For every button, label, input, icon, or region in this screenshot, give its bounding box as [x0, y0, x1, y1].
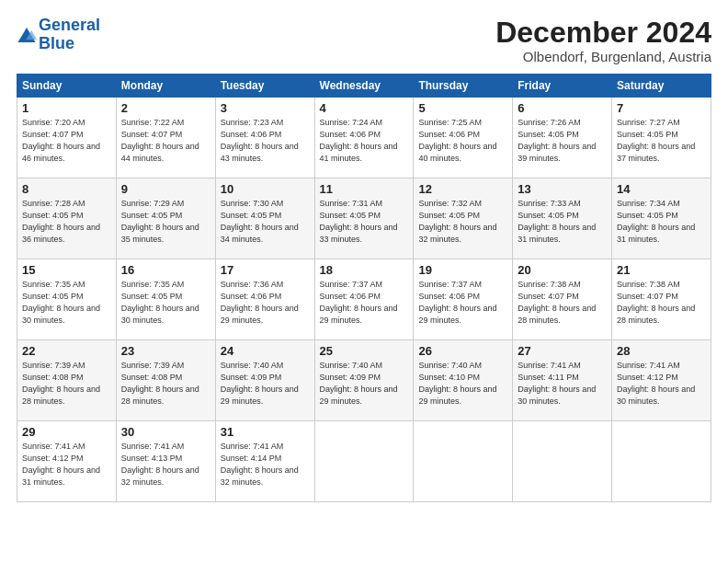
table-row: 25 Sunrise: 7:40 AMSunset: 4:09 PMDaylig… — [314, 340, 414, 421]
table-row: 13 Sunrise: 7:33 AMSunset: 4:05 PMDaylig… — [513, 178, 612, 259]
table-row: 10 Sunrise: 7:30 AMSunset: 4:05 PMDaylig… — [215, 178, 314, 259]
day-info: Sunrise: 7:40 AMSunset: 4:09 PMDaylight:… — [221, 361, 299, 406]
table-row: 19 Sunrise: 7:37 AMSunset: 4:06 PMDaylig… — [414, 259, 513, 340]
day-info: Sunrise: 7:35 AMSunset: 4:05 PMDaylight:… — [121, 280, 199, 325]
day-info: Sunrise: 7:41 AMSunset: 4:12 PMDaylight:… — [22, 442, 100, 487]
day-info: Sunrise: 7:37 AMSunset: 4:06 PMDaylight:… — [418, 280, 496, 325]
day-number: 13 — [518, 182, 607, 196]
day-number: 21 — [617, 263, 706, 277]
day-info: Sunrise: 7:37 AMSunset: 4:06 PMDaylight:… — [320, 280, 398, 325]
table-row — [513, 421, 612, 502]
logo-icon — [17, 25, 37, 45]
day-number: 4 — [320, 101, 409, 115]
day-number: 28 — [617, 344, 706, 358]
day-number: 8 — [22, 182, 111, 196]
day-number: 19 — [418, 263, 507, 277]
table-row: 11 Sunrise: 7:31 AMSunset: 4:05 PMDaylig… — [314, 178, 414, 259]
page: General Blue December 2024 Olbendorf, Bu… — [0, 0, 728, 513]
table-row: 30 Sunrise: 7:41 AMSunset: 4:13 PMDaylig… — [116, 421, 215, 502]
table-row: 22 Sunrise: 7:39 AMSunset: 4:08 PMDaylig… — [17, 340, 117, 421]
day-number: 18 — [320, 263, 409, 277]
col-sunday: Sunday — [17, 75, 117, 98]
day-number: 5 — [418, 101, 507, 115]
day-info: Sunrise: 7:38 AMSunset: 4:07 PMDaylight:… — [518, 280, 596, 325]
day-info: Sunrise: 7:31 AMSunset: 4:05 PMDaylight:… — [320, 199, 398, 244]
day-number: 14 — [617, 182, 706, 196]
table-row — [612, 421, 711, 502]
col-friday: Friday — [513, 75, 612, 98]
day-number: 20 — [518, 263, 607, 277]
logo: General Blue — [17, 17, 100, 53]
day-info: Sunrise: 7:39 AMSunset: 4:08 PMDaylight:… — [121, 361, 199, 406]
calendar-table: Sunday Monday Tuesday Wednesday Thursday… — [17, 74, 711, 502]
col-saturday: Saturday — [612, 75, 711, 98]
day-info: Sunrise: 7:32 AMSunset: 4:05 PMDaylight:… — [418, 199, 496, 244]
table-row: 5 Sunrise: 7:25 AMSunset: 4:06 PMDayligh… — [414, 98, 513, 178]
day-info: Sunrise: 7:33 AMSunset: 4:05 PMDaylight:… — [518, 199, 596, 244]
table-row: 18 Sunrise: 7:37 AMSunset: 4:06 PMDaylig… — [314, 259, 414, 340]
day-info: Sunrise: 7:36 AMSunset: 4:06 PMDaylight:… — [221, 280, 299, 325]
table-row: 16 Sunrise: 7:35 AMSunset: 4:05 PMDaylig… — [116, 259, 215, 340]
calendar-week-row: 15 Sunrise: 7:35 AMSunset: 4:05 PMDaylig… — [17, 259, 711, 340]
day-info: Sunrise: 7:27 AMSunset: 4:05 PMDaylight:… — [617, 118, 695, 163]
table-row: 1 Sunrise: 7:20 AMSunset: 4:07 PMDayligh… — [17, 98, 117, 178]
day-info: Sunrise: 7:34 AMSunset: 4:05 PMDaylight:… — [617, 199, 695, 244]
table-row: 23 Sunrise: 7:39 AMSunset: 4:08 PMDaylig… — [116, 340, 215, 421]
day-info: Sunrise: 7:22 AMSunset: 4:07 PMDaylight:… — [121, 118, 199, 163]
col-wednesday: Wednesday — [314, 75, 414, 98]
day-number: 12 — [418, 182, 507, 196]
day-number: 9 — [121, 182, 210, 196]
day-number: 22 — [22, 344, 111, 358]
day-number: 15 — [22, 263, 111, 277]
title-block: December 2024 Olbendorf, Burgenland, Aus… — [495, 17, 711, 64]
table-row: 12 Sunrise: 7:32 AMSunset: 4:05 PMDaylig… — [414, 178, 513, 259]
calendar-week-row: 29 Sunrise: 7:41 AMSunset: 4:12 PMDaylig… — [17, 421, 711, 502]
day-number: 6 — [518, 101, 607, 115]
day-info: Sunrise: 7:40 AMSunset: 4:10 PMDaylight:… — [418, 361, 496, 406]
day-info: Sunrise: 7:23 AMSunset: 4:06 PMDaylight:… — [221, 118, 299, 163]
day-number: 26 — [418, 344, 507, 358]
day-info: Sunrise: 7:28 AMSunset: 4:05 PMDaylight:… — [22, 199, 100, 244]
day-info: Sunrise: 7:20 AMSunset: 4:07 PMDaylight:… — [22, 118, 100, 163]
day-number: 2 — [121, 101, 210, 115]
day-info: Sunrise: 7:40 AMSunset: 4:09 PMDaylight:… — [320, 361, 398, 406]
logo-line1: General — [39, 16, 100, 34]
col-thursday: Thursday — [414, 75, 513, 98]
day-info: Sunrise: 7:41 AMSunset: 4:12 PMDaylight:… — [617, 361, 695, 406]
day-info: Sunrise: 7:38 AMSunset: 4:07 PMDaylight:… — [617, 280, 695, 325]
day-info: Sunrise: 7:25 AMSunset: 4:06 PMDaylight:… — [418, 118, 496, 163]
day-number: 17 — [221, 263, 310, 277]
day-number: 31 — [221, 425, 310, 439]
table-row — [414, 421, 513, 502]
col-monday: Monday — [116, 75, 215, 98]
day-number: 24 — [221, 344, 310, 358]
table-row: 29 Sunrise: 7:41 AMSunset: 4:12 PMDaylig… — [17, 421, 117, 502]
table-row: 7 Sunrise: 7:27 AMSunset: 4:05 PMDayligh… — [612, 98, 711, 178]
calendar-header-row: Sunday Monday Tuesday Wednesday Thursday… — [17, 75, 711, 98]
day-number: 30 — [121, 425, 210, 439]
table-row: 17 Sunrise: 7:36 AMSunset: 4:06 PMDaylig… — [215, 259, 314, 340]
day-number: 7 — [617, 101, 706, 115]
day-info: Sunrise: 7:24 AMSunset: 4:06 PMDaylight:… — [320, 118, 398, 163]
day-number: 29 — [22, 425, 111, 439]
day-info: Sunrise: 7:41 AMSunset: 4:13 PMDaylight:… — [121, 442, 199, 487]
day-info: Sunrise: 7:29 AMSunset: 4:05 PMDaylight:… — [121, 199, 199, 244]
day-number: 25 — [320, 344, 409, 358]
table-row: 15 Sunrise: 7:35 AMSunset: 4:05 PMDaylig… — [17, 259, 117, 340]
table-row: 26 Sunrise: 7:40 AMSunset: 4:10 PMDaylig… — [414, 340, 513, 421]
table-row: 3 Sunrise: 7:23 AMSunset: 4:06 PMDayligh… — [215, 98, 314, 178]
table-row: 4 Sunrise: 7:24 AMSunset: 4:06 PMDayligh… — [314, 98, 414, 178]
calendar-week-row: 22 Sunrise: 7:39 AMSunset: 4:08 PMDaylig… — [17, 340, 711, 421]
location-title: Olbendorf, Burgenland, Austria — [495, 49, 711, 64]
day-info: Sunrise: 7:35 AMSunset: 4:05 PMDaylight:… — [22, 280, 100, 325]
logo-line2: Blue — [39, 34, 74, 52]
table-row: 8 Sunrise: 7:28 AMSunset: 4:05 PMDayligh… — [17, 178, 117, 259]
day-number: 10 — [221, 182, 310, 196]
day-number: 27 — [518, 344, 607, 358]
header: General Blue December 2024 Olbendorf, Bu… — [17, 17, 711, 64]
day-number: 3 — [221, 101, 310, 115]
calendar-week-row: 8 Sunrise: 7:28 AMSunset: 4:05 PMDayligh… — [17, 178, 711, 259]
table-row: 31 Sunrise: 7:41 AMSunset: 4:14 PMDaylig… — [215, 421, 314, 502]
day-number: 11 — [320, 182, 409, 196]
table-row: 2 Sunrise: 7:22 AMSunset: 4:07 PMDayligh… — [116, 98, 215, 178]
